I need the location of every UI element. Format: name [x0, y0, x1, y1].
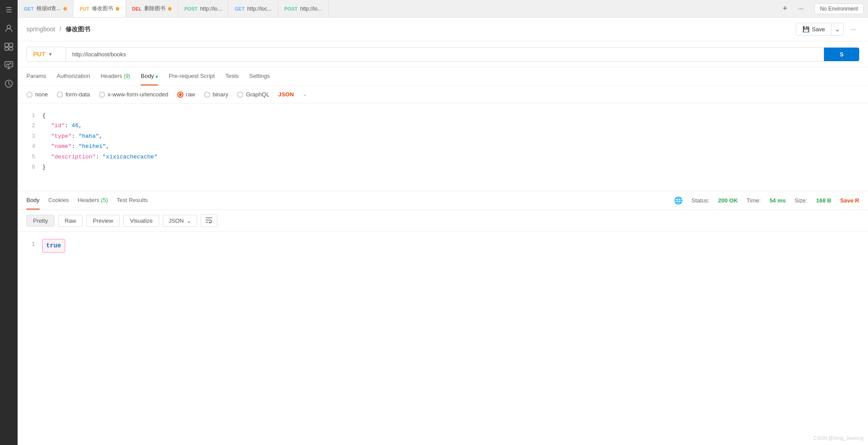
svg-rect-1: [5, 43, 8, 47]
json-type-selector[interactable]: JSON: [278, 91, 293, 98]
request-body-editor[interactable]: 1 { 2 "id": 46, 3 "type": "haha", 4 "nam…: [18, 103, 868, 191]
main-content: GET 根据id查... PUT 修改图书 DEL 删除图书 POST http…: [18, 0, 868, 445]
format-raw-button[interactable]: Raw: [58, 215, 83, 227]
tab-more-button[interactable]: ···: [795, 3, 807, 15]
tab-tests[interactable]: Tests: [225, 67, 238, 85]
svg-rect-3: [5, 48, 8, 50]
tab-headers[interactable]: Headers (9): [101, 67, 130, 85]
header-more-button[interactable]: ···: [847, 23, 859, 35]
tab-method-put: PUT: [80, 6, 89, 11]
sidebar-icon-collections[interactable]: [4, 41, 14, 52]
request-header: springboot / 修改图书 💾 Save ⌄ ···: [18, 18, 868, 41]
tab-label-post2: http://lo...: [300, 6, 322, 12]
sidebar: ☰: [0, 0, 18, 445]
tab-params[interactable]: Params: [26, 67, 46, 85]
json-select-label: JSON: [168, 217, 184, 224]
save-icon: 💾: [802, 26, 809, 33]
method-label: PUT: [33, 51, 45, 58]
save-response-button[interactable]: Save R: [840, 197, 859, 204]
option-none[interactable]: none: [26, 91, 48, 98]
option-form-data-label: form-data: [66, 91, 90, 98]
tab-pre-request[interactable]: Pre-request Script: [168, 67, 215, 85]
format-preview-button[interactable]: Preview: [86, 215, 120, 227]
tab-post-2[interactable]: POST http://lo...: [278, 0, 328, 17]
globe-icon: 🌐: [674, 196, 683, 205]
tab-label-del: 删除图书: [144, 5, 165, 12]
resp-tab-cookies[interactable]: Cookies: [48, 191, 69, 210]
option-raw[interactable]: raw: [177, 91, 195, 98]
option-urlencoded-label: x-www-form-urlencoded: [108, 91, 168, 98]
code-line-4: 4 "name": "heihei",: [26, 141, 859, 151]
response-format-bar: Pretty Raw Preview Visualize JSON ⌄: [18, 210, 868, 232]
response-line-1: 1 true: [26, 239, 859, 253]
resp-tab-body[interactable]: Body: [26, 191, 40, 210]
tab-method-get: GET: [24, 6, 34, 11]
tab-get-byid[interactable]: GET 根据id查...: [18, 0, 73, 17]
tab-method-get2: GET: [234, 6, 245, 11]
resp-tab-test-results[interactable]: Test Results: [117, 191, 148, 210]
tab-get-2[interactable]: GET http://loc...: [228, 0, 278, 17]
method-selector[interactable]: PUT ▼: [26, 47, 66, 62]
url-input[interactable]: [66, 47, 824, 62]
sidebar-icon-history[interactable]: [4, 78, 14, 89]
radio-raw: [177, 92, 183, 98]
tab-actions: + ··· No Environment: [775, 2, 868, 15]
url-bar: PUT ▼ S: [18, 41, 868, 67]
code-line-1: 1 {: [26, 110, 859, 121]
option-binary[interactable]: binary: [204, 91, 228, 98]
save-button[interactable]: 💾 Save: [796, 23, 832, 35]
breadcrumb: springboot / 修改图书: [26, 26, 90, 33]
headers-badge: (9): [124, 73, 130, 79]
response-json-selector[interactable]: JSON ⌄: [163, 215, 197, 227]
wrap-toggle-button[interactable]: [201, 214, 217, 227]
format-visualize-button[interactable]: Visualize: [123, 215, 159, 227]
sidebar-icon-user[interactable]: [4, 23, 14, 33]
svg-rect-4: [9, 48, 13, 50]
option-binary-label: binary: [213, 91, 228, 98]
json-select-chevron-icon: ⌄: [187, 217, 191, 224]
option-urlencoded[interactable]: x-www-form-urlencoded: [99, 91, 168, 98]
tab-post-1[interactable]: POST http://lo...: [178, 0, 228, 17]
environment-selector[interactable]: No Environment: [814, 4, 864, 14]
save-label: Save: [812, 26, 825, 33]
send-button[interactable]: S: [824, 48, 859, 61]
sidebar-icon-monitor[interactable]: [4, 60, 14, 70]
save-button-group: 💾 Save ⌄: [796, 23, 844, 36]
radio-none: [26, 92, 33, 98]
option-graphql-label: GraphQL: [246, 91, 269, 98]
tab-dot-get: [63, 7, 67, 11]
time-value: 54 ms: [769, 197, 786, 204]
response-tabs: Body Cookies Headers (5) Test Results: [26, 191, 148, 210]
breadcrumb-parent: springboot: [26, 26, 55, 33]
tab-del-delete[interactable]: DEL 删除图书: [126, 0, 178, 17]
header-actions: 💾 Save ⌄ ···: [796, 23, 859, 36]
save-dropdown-button[interactable]: ⌄: [831, 23, 843, 35]
format-pretty-button[interactable]: Pretty: [26, 215, 55, 227]
response-status-bar: 🌐 Status: 200 OK Time: 54 ms Size: 168 B…: [674, 196, 859, 205]
code-line-5: 5 "description": "xixicachecache": [26, 152, 859, 162]
tab-put-update[interactable]: PUT 修改图书: [73, 0, 126, 17]
response-body: 1 true: [18, 232, 868, 260]
tab-method-post1: POST: [184, 6, 198, 11]
tab-authorization[interactable]: Authorization: [57, 67, 90, 85]
resp-tab-headers[interactable]: Headers (5): [78, 191, 108, 210]
tab-dot-put: [116, 7, 119, 11]
code-line-6: 6 }: [26, 162, 859, 172]
tab-method-del: DEL: [132, 6, 142, 11]
tab-label-get: 根据id查...: [37, 5, 61, 12]
option-none-label: none: [35, 91, 48, 98]
tab-add-button[interactable]: +: [779, 2, 791, 15]
tab-settings[interactable]: Settings: [249, 67, 270, 85]
option-graphql[interactable]: GraphQL: [237, 91, 269, 98]
tab-label-get2: http://loc...: [247, 6, 271, 12]
tab-bar: GET 根据id查... PUT 修改图书 DEL 删除图书 POST http…: [18, 0, 868, 18]
tab-body[interactable]: Body ●: [141, 67, 158, 85]
svg-point-0: [7, 25, 11, 29]
size-value: 168 B: [816, 197, 831, 204]
json-type-chevron-icon[interactable]: ⌄: [303, 92, 307, 97]
response-section: Body Cookies Headers (5) Test Results 🌐 …: [18, 191, 868, 445]
option-raw-label: raw: [186, 91, 195, 98]
option-form-data[interactable]: form-data: [57, 91, 90, 98]
sidebar-icon-menu[interactable]: ☰: [4, 4, 14, 15]
breadcrumb-current: 修改图书: [66, 26, 90, 33]
